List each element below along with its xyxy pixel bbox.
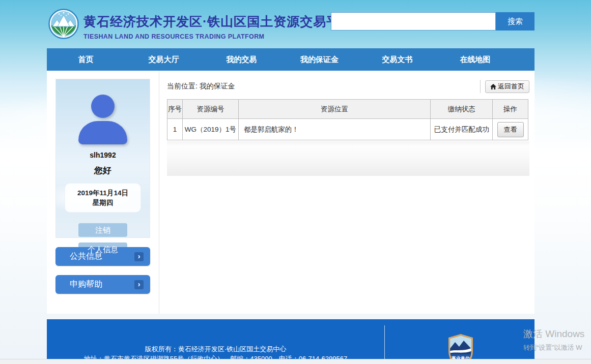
nav-item-my-trades[interactable]: 我的交易 — [203, 48, 280, 71]
back-home-label: 返回首页 — [498, 82, 524, 91]
col-header-seq: 序号 — [167, 100, 183, 119]
search-bar: 搜索 — [331, 12, 534, 31]
nav-item-trading-hall[interactable]: 交易大厅 — [125, 48, 203, 71]
site-header: 黄石经济技术开发区·铁山区国土资源交易平台 TIESHAN LAND AND R… — [47, 0, 534, 48]
content-area: slh1992 您好 2019年11月14日 星期四 注销 个人信息 公共信息 … — [47, 71, 534, 314]
deposit-table: 序号 资源编号 资源位置 缴纳状态 操作 1 WG（2019）1号 都是郭启航家… — [167, 99, 528, 140]
cell-location: 都是郭启航家的！ — [238, 119, 430, 140]
footer-divider — [384, 325, 385, 364]
sidebar-item-label: 申购帮助 — [70, 279, 102, 290]
nav-item-my-deposit[interactable]: 我的保证金 — [280, 48, 358, 71]
col-header-status: 缴纳状态 — [431, 100, 493, 119]
chevron-right-icon: › — [134, 252, 144, 261]
site-footer: 版权所有：黄石经济开发区·铁山区国土交易中心 地址：黄石市黄石港区磁湖路55号（… — [47, 319, 534, 364]
nav-item-trade-documents[interactable]: 交易文书 — [358, 48, 436, 71]
date-line: 2019年11月14日 — [67, 188, 138, 198]
back-home-button[interactable]: 返回首页 — [485, 80, 529, 93]
logout-button[interactable]: 注销 — [78, 223, 127, 237]
watermark-line2: 转到“设置”以激活 W — [523, 343, 584, 352]
site-title: 黄石经济技术开发区·铁山区国土资源交易平台 — [83, 13, 353, 30]
weekday-line: 星期四 — [67, 198, 138, 207]
table-row: 1 WG（2019）1号 都是郭启航家的！ 已支付并匹配成功 查看 — [167, 119, 528, 140]
search-button[interactable]: 搜索 — [496, 12, 534, 31]
search-input[interactable] — [331, 12, 496, 31]
platform-logo-icon — [48, 9, 79, 39]
breadcrumb: 当前位置: 我的保证金 — [167, 82, 235, 91]
windows-activation-watermark: 激活 Windows 转到“设置”以激活 W — [523, 327, 584, 352]
main-nav: 首页 交易大厅 我的交易 我的保证金 交易文书 在线地图 — [47, 48, 534, 71]
horizontal-scrollbar[interactable] — [0, 359, 591, 364]
username: slh1992 — [56, 151, 150, 159]
cell-resource-no: WG（2019）1号 — [182, 119, 238, 140]
sidebar-item-purchase-help[interactable]: 申购帮助 › — [55, 275, 150, 294]
sidebar-item-label: 公共信息 — [70, 251, 102, 262]
watermark-line1: 激活 Windows — [523, 327, 584, 341]
footer-copyright: 版权所有：黄石经济开发区·铁山区国土交易中心 — [47, 345, 384, 354]
site-subtitle: TIESHAN LAND AND RESOURCES TRADING PLATF… — [83, 33, 353, 40]
user-avatar-icon — [78, 95, 127, 144]
sidebar: slh1992 您好 2019年11月14日 星期四 注销 个人信息 公共信息 … — [47, 71, 159, 314]
col-header-location: 资源位置 — [238, 100, 430, 119]
page-container: 黄石经济技术开发区·铁山区国土资源交易平台 TIESHAN LAND AND R… — [47, 0, 534, 364]
nav-item-home[interactable]: 首页 — [47, 48, 125, 71]
cell-seq: 1 — [167, 119, 183, 140]
site-titles: 黄石经济技术开发区·铁山区国土资源交易平台 TIESHAN LAND AND R… — [83, 13, 353, 40]
view-button[interactable]: 查看 — [497, 122, 524, 137]
greeting: 您好 — [56, 165, 150, 176]
col-header-resource-no: 资源编号 — [182, 100, 238, 119]
chevron-right-icon: › — [134, 280, 144, 289]
empty-fade-band — [167, 141, 529, 176]
nav-item-online-map[interactable]: 在线地图 — [436, 48, 514, 71]
date-box: 2019年11月14日 星期四 — [65, 183, 141, 213]
user-panel: slh1992 您好 2019年11月14日 星期四 注销 个人信息 — [55, 79, 150, 238]
cell-action: 查看 — [493, 119, 528, 140]
divider — [480, 80, 481, 93]
home-icon — [490, 84, 496, 89]
table-header-row: 序号 资源编号 资源位置 缴纳状态 操作 — [167, 100, 528, 119]
col-header-action: 操作 — [493, 100, 528, 119]
main-panel: 当前位置: 我的保证金 返回首页 序号 资源编号 — [159, 71, 534, 314]
breadcrumb-row: 当前位置: 我的保证金 返回首页 — [167, 71, 529, 99]
cell-status: 已支付并匹配成功 — [431, 119, 493, 140]
